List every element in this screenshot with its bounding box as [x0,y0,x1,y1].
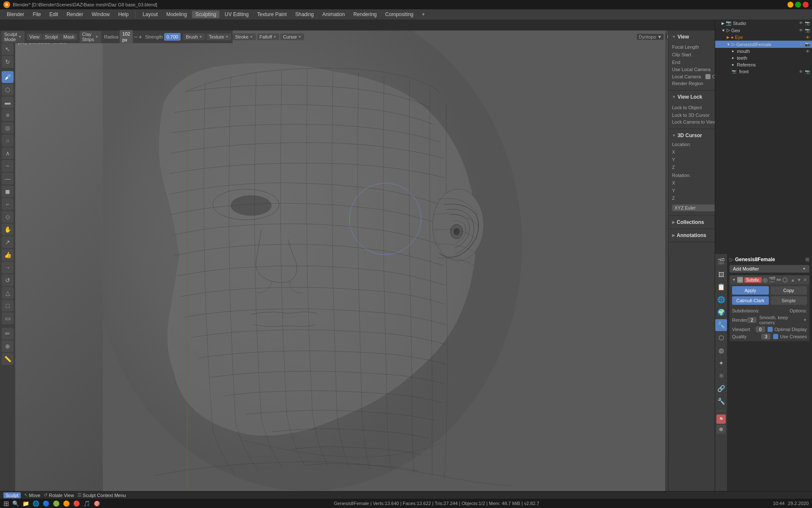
radius-decrease-icon[interactable]: − [134,33,137,40]
tool-box-mask[interactable]: ▭ [2,312,14,324]
studio-visibility-icon[interactable]: 👁 [798,21,804,25]
taskbar-browser-icon[interactable]: 🌐 [33,500,39,507]
mouth-visibility-icon[interactable]: 👁 [805,49,810,54]
stroke-dropdown[interactable]: Stroke ▼ [233,33,256,40]
falloff-dropdown[interactable]: Falloff ▼ [257,33,280,40]
prop-world-icon[interactable]: 🌍 [715,306,727,318]
viewport-value-field[interactable]: 0 [756,326,765,332]
tab-view[interactable]: View [27,33,42,40]
tool-annotate[interactable]: ✏ [2,328,14,340]
modifier-realtime-icon[interactable]: ◎ [763,276,768,283]
prop-view-layer-icon[interactable]: 📋 [715,281,727,293]
apply-button[interactable]: Apply [732,286,769,295]
menu-file[interactable]: File [29,11,44,18]
tab-compositing[interactable]: Compositing [382,11,417,18]
taskbar-app5-icon[interactable]: 🎯 [93,500,100,507]
tool-clay[interactable]: ⬡ [2,84,14,96]
prop-material-icon[interactable]: ◍ [715,345,727,356]
prop-physics-icon[interactable]: ⚛ [715,370,727,382]
scene-item-genesis8female[interactable]: ▼ ▷ Genesis8Female 👁 📷 [715,41,812,48]
scene-item-referens[interactable]: ● Referens [715,61,812,68]
tool-fill[interactable]: ◼ [2,185,14,197]
tool-measure[interactable]: 📏 [2,353,14,365]
tool-scrape[interactable]: ⌐ [2,198,14,210]
prop-render-icon[interactable]: 🎬 [715,256,727,268]
viewport-dyntopo[interactable]: Dyntopo ▼ [637,34,664,40]
taskbar-search-icon[interactable]: 🔍 [12,500,19,507]
front-render-icon[interactable]: 📷 [804,69,810,74]
geo-render-icon[interactable]: 📷 [804,28,810,33]
scene-item-mouth[interactable]: ● mouth 👁 [715,48,812,55]
add-workspace-button[interactable]: + [419,11,428,18]
geo-visibility-icon[interactable]: 👁 [798,28,804,33]
taskbar-app3-icon[interactable]: 🔴 [73,500,80,507]
window-controls[interactable] [787,2,809,8]
modifier-down-icon[interactable]: ▼ [797,277,801,283]
modifier-up-icon[interactable]: ▲ [790,277,795,283]
cursor-dropdown[interactable]: Cursor ▼ [280,33,304,40]
prop-output-icon[interactable]: 🖼 [715,268,727,280]
tool-inflate[interactable]: ◎ [2,122,14,134]
tool-layer[interactable]: ≡ [2,109,14,121]
close-button[interactable] [803,2,809,8]
strength-field[interactable]: 0.700 [164,33,181,41]
menu-render[interactable]: Render [63,11,86,18]
tool-clay-strips[interactable]: ▬ [2,97,14,108]
tool-nudge[interactable]: → [2,262,14,273]
scene-item-geo[interactable]: ▼ ▷ Geo 👁 📷 [715,27,812,34]
menu-help[interactable]: Help [115,11,132,18]
tab-mask[interactable]: Mask [61,33,77,40]
menu-blender[interactable]: Blender [3,11,27,18]
tool-crease[interactable]: ∧ [2,147,14,159]
tab-sculpt[interactable]: Sculpt [42,33,60,40]
menu-edit[interactable]: Edit [46,11,62,18]
tool-draw[interactable]: 🖌 [2,71,14,83]
tool-rotate-brush[interactable]: ↺ [2,274,14,286]
modifier-render-icon-btn[interactable]: 🎬 [768,276,776,283]
tool-pinch[interactable]: ◇ [2,211,14,223]
tool-rotate[interactable]: ↻ [2,56,14,68]
use-creases-checkbox[interactable] [773,334,778,339]
genesis-render-icon[interactable]: 📷 [804,42,810,47]
scene-item-studio[interactable]: ▶ 📷 Studio 👁 📷 [715,19,812,27]
tab-layout[interactable]: Layout [139,11,161,18]
radius-increase-icon[interactable]: + [139,33,142,40]
tool-snake-hook[interactable]: ↗ [2,236,14,248]
add-modifier-button[interactable]: Add Modifier ▼ [730,265,809,273]
genesis-visibility-icon[interactable]: 👁 [798,42,804,47]
taskbar-app4-icon[interactable]: 🎵 [83,500,90,507]
special-icon-2[interactable]: ⊕ [716,425,726,434]
local-camera-toggle[interactable] [705,74,710,79]
copy-button[interactable]: Copy [771,286,807,295]
prop-particles-icon[interactable]: ✦ [715,357,727,369]
texture-dropdown[interactable]: Texture ▼ [206,33,231,40]
prop-constraints-icon[interactable]: 🔗 [715,383,727,395]
quality-value-field[interactable]: 3 [761,334,771,340]
mode-selector[interactable]: Sculpt Mode ▼ [2,31,25,43]
optimal-display-checkbox[interactable] [768,327,773,332]
tab-rendering[interactable]: Rendering [350,11,380,18]
brush-dropdown[interactable]: Brush ▼ [183,33,205,40]
tool-thumb[interactable]: 👍 [2,249,14,261]
prop-scene-icon[interactable]: 🌐 [715,294,727,306]
render-value-field[interactable]: 2 [747,317,757,323]
prop-modifier-icon-btn[interactable]: 🔧 [715,395,727,407]
menu-window[interactable]: Window [88,11,113,18]
studio-render-icon[interactable]: 📷 [804,21,810,25]
tab-animation[interactable]: Animation [319,11,348,18]
modifier-enable-toggle[interactable]: ☑ [737,277,743,283]
front-visibility-icon[interactable]: 👁 [798,69,804,74]
tab-texture-paint[interactable]: Texture Paint [254,11,290,18]
tool-blob[interactable]: ○ [2,135,14,146]
tool-mask-brush[interactable]: □ [2,300,14,312]
scene-item-teeth[interactable]: ● teeth [715,55,812,61]
simple-button[interactable]: Simple [771,296,807,305]
tool-move[interactable]: ↖ [2,43,14,55]
modifier-expand-icon[interactable]: ▼ [732,278,736,282]
viewport-3d[interactable]: User Perspective (95) Genesis8Female X Y… [15,30,753,491]
maximize-button[interactable] [795,2,801,8]
taskbar-file-icon[interactable]: 📁 [22,500,29,507]
scene-item-eye[interactable]: ▶ ● Eye 👁 [715,34,812,41]
tab-sculpting[interactable]: Sculpting [192,11,219,18]
windows-start-icon[interactable]: ⊞ [3,500,9,508]
